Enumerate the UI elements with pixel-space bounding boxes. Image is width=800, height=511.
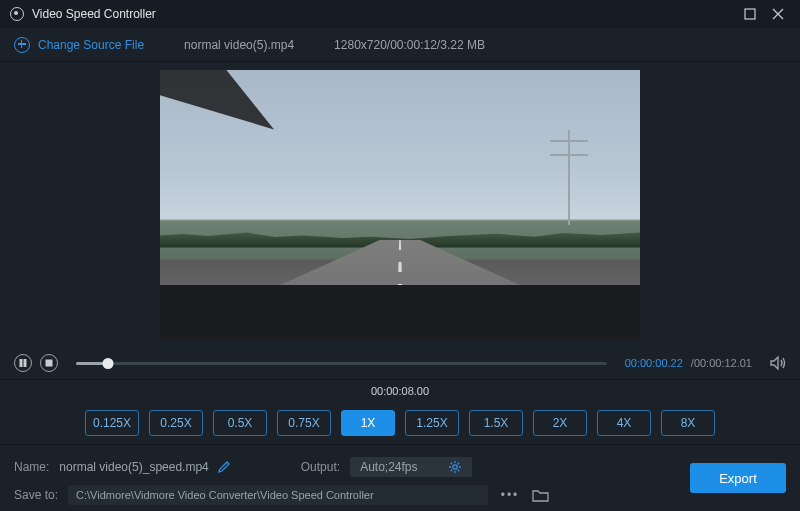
svg-rect-2 bbox=[24, 359, 26, 367]
output-label: Output: bbox=[301, 460, 340, 474]
plus-circle-icon bbox=[14, 37, 30, 53]
volume-icon[interactable] bbox=[770, 356, 786, 370]
speed-option-8x[interactable]: 8X bbox=[661, 410, 715, 436]
window-title: Video Speed Controller bbox=[32, 7, 156, 21]
browse-button[interactable]: ••• bbox=[498, 484, 522, 506]
saveto-label: Save to: bbox=[14, 488, 58, 502]
name-label: Name: bbox=[14, 460, 49, 474]
source-bar: Change Source File normal video(5).mp4 1… bbox=[0, 28, 800, 62]
current-time: 00:00:00.22 bbox=[625, 357, 683, 369]
time-marker: 00:00:08.00 bbox=[371, 385, 429, 397]
close-button[interactable] bbox=[766, 4, 790, 24]
edit-name-button[interactable] bbox=[217, 460, 231, 474]
duration-time: /00:00:12.01 bbox=[691, 357, 752, 369]
time-marker-row: 00:00:08.00 bbox=[0, 379, 800, 401]
change-source-button[interactable]: Change Source File bbox=[14, 37, 144, 53]
speed-option-4x[interactable]: 4X bbox=[597, 410, 651, 436]
speed-option-1-5x[interactable]: 1.5X bbox=[469, 410, 523, 436]
speed-option-0-75x[interactable]: 0.75X bbox=[277, 410, 331, 436]
player-controls: 00:00:00.22/00:00:12.01 bbox=[0, 347, 800, 379]
output-format-dropdown[interactable]: Auto;24fps bbox=[350, 457, 471, 477]
footer-panel: Name: normal video(5)_speed.mp4 Output: … bbox=[0, 445, 800, 511]
seek-slider[interactable] bbox=[76, 354, 607, 372]
change-source-label: Change Source File bbox=[38, 38, 144, 52]
gear-icon[interactable] bbox=[448, 460, 462, 474]
svg-rect-0 bbox=[745, 9, 755, 19]
app-logo-icon bbox=[10, 7, 24, 21]
speed-selector: 0.125X0.25X0.5X0.75X1X1.25X1.5X2X4X8X bbox=[0, 401, 800, 445]
svg-rect-1 bbox=[20, 359, 22, 367]
speed-option-1x[interactable]: 1X bbox=[341, 410, 395, 436]
export-button[interactable]: Export bbox=[690, 463, 786, 493]
speed-option-0-125x[interactable]: 0.125X bbox=[85, 410, 139, 436]
source-info: 1280x720/00:00:12/3.22 MB bbox=[334, 38, 485, 52]
pause-button[interactable] bbox=[14, 354, 32, 372]
title-bar: Video Speed Controller bbox=[0, 0, 800, 28]
app-window: Video Speed Controller Change Source Fil… bbox=[0, 0, 800, 511]
speed-option-0-5x[interactable]: 0.5X bbox=[213, 410, 267, 436]
save-path-field[interactable]: C:\Vidmore\Vidmore Video Converter\Video… bbox=[68, 485, 488, 505]
stop-button[interactable] bbox=[40, 354, 58, 372]
speed-option-2x[interactable]: 2X bbox=[533, 410, 587, 436]
preview-area bbox=[0, 62, 800, 347]
speed-option-1-25x[interactable]: 1.25X bbox=[405, 410, 459, 436]
speed-option-0-25x[interactable]: 0.25X bbox=[149, 410, 203, 436]
svg-point-4 bbox=[452, 465, 456, 469]
maximize-button[interactable] bbox=[738, 4, 762, 24]
output-name-value: normal video(5)_speed.mp4 bbox=[59, 460, 208, 474]
output-format-value: Auto;24fps bbox=[360, 460, 417, 474]
svg-rect-3 bbox=[46, 360, 52, 366]
source-filename: normal video(5).mp4 bbox=[184, 38, 294, 52]
open-folder-button[interactable] bbox=[532, 488, 550, 502]
video-preview[interactable] bbox=[160, 70, 640, 340]
